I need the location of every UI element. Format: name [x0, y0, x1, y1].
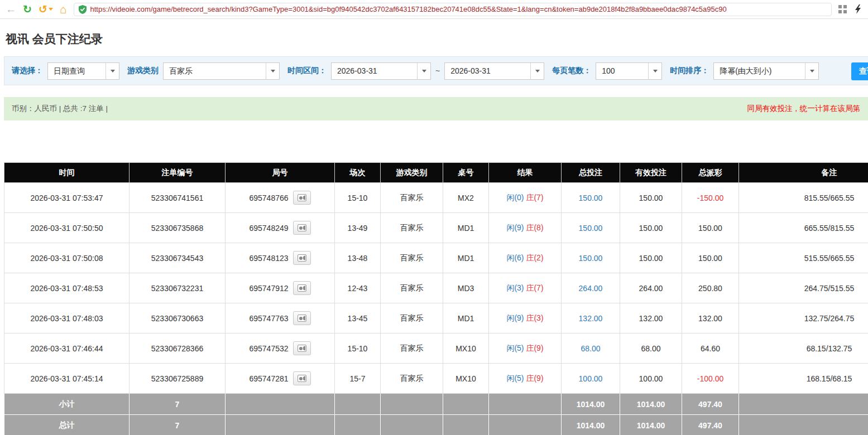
total-bet-link[interactable]: 264.00 [579, 284, 603, 293]
back-icon[interactable]: ← [6, 4, 16, 14]
round-number: 695748123 [249, 254, 288, 263]
sort-order-label: 时间排序： [670, 66, 709, 76]
subtotal-total-bet: 1014.00 [562, 394, 620, 415]
cell-total-bet: 150.00 [562, 183, 620, 213]
table-header: 时间 注单编号 局号 场次 游戏类别 桌号 结果 总投注 有效投注 总派彩 备注 [4, 163, 868, 183]
caret-down-icon [111, 70, 115, 72]
undo-icon[interactable]: ↺ [39, 4, 53, 14]
result-banker: 庄(9) [526, 344, 543, 352]
result-player: 闲(6) [506, 253, 524, 262]
round-number: 695747912 [249, 284, 288, 293]
cell-table-no: MD1 [443, 243, 489, 273]
result-banker: 庄(7) [526, 283, 543, 292]
cell-payout: 150.00 [682, 243, 739, 273]
date-from-caret[interactable] [417, 63, 430, 79]
filter-bar: 请选择： 日期查询 游戏类别 百家乐 时间区间： 2026-03-31 ~ 20… [4, 56, 868, 85]
game-type-select[interactable]: 百家乐 [163, 62, 280, 80]
cell-round-no: 695748766 [226, 183, 335, 213]
table-row: 2026-03-31 07:50:08 523306734543 6957481… [4, 243, 868, 273]
result-banker: 庄(9) [526, 374, 543, 383]
cell-bet-no: 523306725889 [130, 364, 226, 394]
subtotal-count: 7 [130, 394, 226, 415]
result-banker: 庄(7) [526, 193, 543, 202]
date-from-select[interactable]: 2026-03-31 [331, 62, 431, 80]
cell-payout: -100.00 [682, 364, 739, 394]
search-button[interactable]: 查询 [851, 62, 868, 80]
game-video-button[interactable] [293, 341, 311, 355]
total-bet-link[interactable]: 68.00 [581, 344, 600, 353]
game-video-button[interactable] [293, 251, 311, 265]
date-to-caret[interactable] [530, 63, 544, 79]
game-video-button[interactable] [293, 371, 311, 385]
col-header-valid-bet: 有效投注 [620, 163, 682, 183]
cell-payout: 132.00 [682, 303, 739, 334]
cell-session: 13-49 [335, 213, 381, 243]
cell-table-no: MX10 [443, 334, 489, 364]
sort-order-caret[interactable] [805, 63, 818, 79]
sort-order-select[interactable]: 降幂(由大到小) [713, 62, 819, 80]
result-banker: 庄(8) [526, 223, 543, 232]
url-text[interactable]: https://videoie.com/game/betrecord_searc… [90, 5, 727, 13]
cell-note: 264.75/515.55 [739, 273, 868, 303]
lightning-icon[interactable] [855, 4, 861, 14]
cell-bet-no: 523306735868 [130, 213, 226, 243]
col-header-session: 场次 [335, 163, 381, 183]
cell-total-bet: 264.00 [562, 273, 620, 303]
result-player: 闲(9) [506, 223, 524, 232]
security-shield-icon [79, 5, 87, 14]
summary-note: 同局有效投注，统一计算在该局第 [747, 104, 861, 114]
query-type-value: 日期查询 [48, 63, 105, 79]
total-bet-link[interactable]: 150.00 [579, 224, 603, 233]
cell-payout: 150.00 [682, 213, 739, 243]
total-bet-link[interactable]: 150.00 [579, 194, 603, 202]
cell-round-no: 695748249 [226, 213, 335, 243]
cell-valid-bet: 68.00 [620, 334, 682, 364]
video-icon [298, 194, 306, 201]
date-to-select[interactable]: 2026-03-31 [444, 62, 544, 80]
cell-result: 闲(5) 庄(9) [489, 334, 562, 364]
cell-session: 15-10 [335, 183, 381, 213]
page-size-select[interactable]: 100 [596, 62, 662, 80]
home-icon[interactable]: ⌂ [60, 3, 67, 15]
summary-currency-count: 币别：人民币 | 总共 :7 注单 | [12, 104, 108, 114]
page-size-caret[interactable] [648, 63, 661, 79]
cell-result: 闲(5) 庄(9) [489, 364, 562, 394]
game-video-button[interactable] [293, 191, 311, 205]
col-header-table-no: 桌号 [443, 163, 489, 183]
cell-bet-no: 523306741561 [130, 183, 226, 213]
apps-grid-icon[interactable] [838, 5, 847, 13]
undo-dropdown-caret-icon[interactable] [49, 8, 53, 11]
subtotal-valid-bet: 1014.00 [620, 394, 682, 415]
cell-game-type: 百家乐 [381, 273, 443, 303]
query-type-caret[interactable] [105, 63, 119, 79]
table-row: 2026-03-31 07:48:53 523306732231 6957479… [4, 273, 868, 303]
cell-session: 12-43 [335, 273, 381, 303]
page-size-value: 100 [596, 63, 648, 79]
video-icon [298, 375, 306, 382]
total-bet-link[interactable]: 132.00 [579, 314, 603, 323]
cell-note: 68.15/132.75 [739, 334, 868, 364]
cell-result: 闲(9) 庄(3) [489, 303, 562, 334]
result-banker: 庄(3) [526, 313, 543, 322]
cell-table-no: MX2 [443, 183, 489, 213]
cell-time: 2026-03-31 07:45:14 [4, 364, 130, 394]
game-video-button[interactable] [293, 281, 311, 295]
address-bar[interactable]: https://videoie.com/game/betrecord_searc… [74, 3, 832, 16]
game-video-button[interactable] [293, 221, 311, 235]
query-type-select[interactable]: 日期查询 [47, 62, 119, 80]
cell-time: 2026-03-31 07:53:47 [4, 183, 130, 213]
refresh-icon[interactable]: ↻ [23, 4, 32, 14]
game-type-caret[interactable] [266, 63, 279, 79]
subtotal-row: 小计 7 1014.00 1014.00 497.40 [4, 394, 868, 415]
video-icon [298, 224, 306, 231]
cell-round-no: 695748123 [226, 243, 335, 273]
cell-note: 515.55/665.55 [739, 243, 868, 273]
cell-time: 2026-03-31 07:50:08 [4, 243, 130, 273]
total-bet-link[interactable]: 100.00 [579, 374, 603, 383]
col-header-game-type: 游戏类别 [381, 163, 443, 183]
cell-round-no: 695747532 [226, 334, 335, 364]
caret-down-icon [535, 70, 540, 72]
game-video-button[interactable] [293, 311, 311, 325]
table-row: 2026-03-31 07:53:47 523306741561 6957487… [4, 183, 868, 213]
total-bet-link[interactable]: 150.00 [579, 254, 603, 263]
